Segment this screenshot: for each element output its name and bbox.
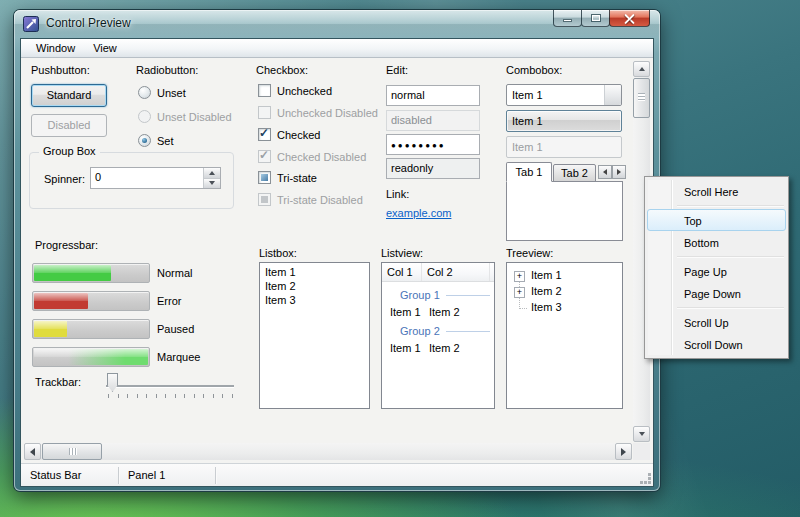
tree-expand-icon[interactable]: + [514, 271, 525, 282]
horizontal-scrollbar[interactable] [24, 443, 632, 460]
close-button[interactable] [609, 10, 650, 27]
progressbar-fill [34, 349, 148, 365]
checkbox-checked[interactable]: ✓ Checked [258, 127, 320, 142]
tree-item[interactable]: Item 3 [531, 301, 562, 313]
listbox[interactable]: Item 1 Item 2 Item 3 [259, 262, 370, 409]
spinner-down-button[interactable] [204, 179, 220, 189]
table-row[interactable]: Item 1 Item 2 [382, 342, 494, 354]
list-item[interactable]: Item 1 [260, 265, 369, 279]
listview-group-header: Group 1 [382, 289, 494, 301]
vertical-scrollbar-thumb[interactable] [633, 78, 650, 118]
tab-scroll-left-button[interactable] [598, 165, 612, 179]
listview-column-header[interactable]: Col 1 [382, 263, 422, 281]
spinner-up-button[interactable] [204, 168, 220, 179]
table-row[interactable]: Item 1 Item 2 [382, 306, 494, 318]
progressbar-normal [32, 263, 150, 283]
menu-item-bottom[interactable]: Bottom [647, 231, 786, 253]
listview-group-header: Group 2 [382, 325, 494, 337]
scroll-up-button[interactable] [633, 61, 650, 77]
edit-password-input[interactable]: ●●●●●●●● [386, 134, 480, 155]
link-label: Link: [386, 188, 409, 200]
scroll-right-button[interactable] [615, 443, 632, 460]
menu-item-scroll-here[interactable]: Scroll Here [647, 180, 786, 202]
checkbox-tristate-icon [258, 171, 271, 184]
combobox-normal[interactable]: Item 1 [506, 84, 622, 106]
menu-item-page-down[interactable]: Page Down [647, 282, 786, 304]
trackbar-track[interactable] [106, 385, 234, 387]
menu-item-top[interactable]: Top [647, 209, 786, 231]
checkbox-checked-disabled-icon: ✓ [258, 150, 271, 163]
example-link[interactable]: example.com [386, 207, 451, 219]
radio-unset[interactable]: Unset [138, 85, 186, 100]
combobox-button-arrow[interactable] [604, 111, 621, 131]
trackbar-thumb[interactable] [107, 373, 118, 392]
checkbox-unchecked-disabled: Unchecked Disabled [258, 105, 378, 120]
listview-group-name: Group 1 [400, 289, 440, 301]
radiobutton-label: Radiobutton: [136, 64, 198, 76]
list-item[interactable]: Item 2 [260, 279, 369, 293]
combobox-normal-value: Item 1 [512, 89, 543, 101]
tab-2[interactable]: Tab 2 [553, 164, 596, 182]
checkbox-tristate[interactable]: Tri-state [258, 170, 317, 185]
menu-view[interactable]: View [84, 39, 126, 57]
combobox-disabled-arrow [604, 137, 621, 157]
combobox-normal-arrow[interactable] [604, 85, 621, 105]
statusbar-separator [215, 467, 216, 484]
radio-unset-disabled-icon [138, 110, 151, 123]
tab-1[interactable]: Tab 1 [506, 162, 552, 182]
edit-readonly-input: readonly [386, 158, 480, 179]
combobox-button[interactable]: Item 1 [506, 110, 622, 132]
progressbar-fill [34, 265, 111, 281]
scroll-down-icon [639, 432, 645, 436]
radio-set-label: Set [157, 135, 174, 147]
listview-cell: Item 2 [429, 342, 460, 354]
tree-item[interactable]: Item 1 [531, 269, 562, 281]
treeview[interactable]: + Item 1 + Item 2 Item 3 [506, 262, 623, 409]
treeview-label: Treeview: [506, 247, 553, 259]
tree-expand-icon[interactable]: + [514, 287, 525, 298]
listview-group-name: Group 2 [400, 325, 440, 337]
close-icon [624, 13, 635, 24]
edit-normal-input[interactable]: normal [386, 85, 480, 106]
checkbox-unchecked[interactable]: Unchecked [258, 83, 332, 98]
listview-cell: Item 1 [382, 306, 429, 318]
menu-window[interactable]: Window [27, 39, 84, 57]
horizontal-scrollbar-thumb[interactable] [42, 443, 102, 460]
scroll-up-icon [639, 67, 645, 71]
window-controls [554, 10, 650, 27]
standard-button[interactable]: Standard [31, 84, 107, 107]
status-bar: Status Bar Panel 1 [21, 463, 653, 486]
scroll-down-button[interactable] [633, 426, 650, 442]
listview-column-header[interactable]: Col 2 [422, 263, 490, 281]
checkbox-unchecked-icon [258, 84, 271, 97]
list-item[interactable]: Item 3 [260, 293, 369, 307]
statusbar-panel: Panel 1 [119, 469, 215, 481]
minimize-button[interactable] [553, 10, 582, 27]
tab-scroll-right-button[interactable] [612, 165, 626, 179]
maximize-icon [591, 14, 601, 22]
progressbar-marquee-label: Marquee [157, 351, 200, 363]
spinner-input[interactable]: 0 [90, 167, 221, 189]
resize-grip-icon[interactable] [648, 481, 651, 484]
menu-item-page-up[interactable]: Page Up [647, 260, 786, 282]
scroll-right-icon [621, 448, 626, 456]
combobox-disabled-value: Item 1 [512, 141, 543, 153]
menu-item-scroll-down[interactable]: Scroll Down [647, 333, 786, 355]
radio-unset-disabled: Unset Disabled [138, 109, 232, 124]
radio-unset-icon [138, 86, 151, 99]
titlebar[interactable]: Control Preview [14, 10, 660, 38]
checkbox-unchecked-disabled-label: Unchecked Disabled [277, 107, 378, 119]
radio-set[interactable]: Set [138, 133, 174, 148]
combobox-button-value: Item 1 [512, 115, 543, 127]
listview[interactable]: Col 1 Col 2 Group 1 Item 1 Item 2 Group … [381, 262, 495, 409]
control-preview-window: Control Preview Window View Pushbutton: … [14, 10, 660, 491]
combobox-disabled: Item 1 [506, 136, 622, 158]
progressbar-marquee [32, 347, 150, 367]
maximize-button[interactable] [581, 10, 610, 27]
edit-label: Edit: [386, 64, 408, 76]
group-box: Group Box Spinner: 0 [29, 152, 234, 209]
scroll-left-button[interactable] [24, 443, 41, 460]
menu-item-scroll-up[interactable]: Scroll Up [647, 311, 786, 333]
tree-item[interactable]: Item 2 [531, 285, 562, 297]
app-icon [23, 16, 39, 32]
